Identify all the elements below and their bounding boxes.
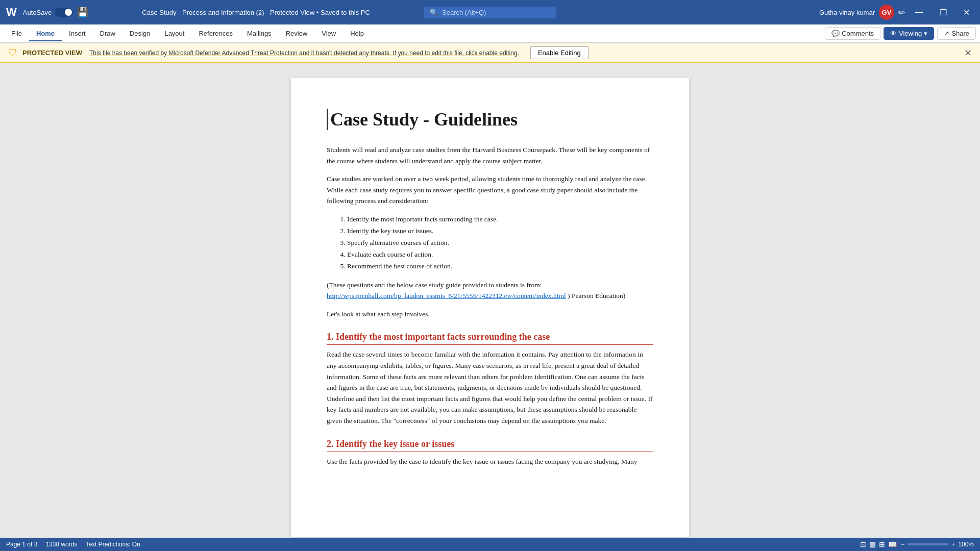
zoom-level: 100%	[958, 541, 974, 548]
status-right: ⊡ ▤ ⊞ 📖 − + 100%	[860, 540, 974, 548]
pen-icon[interactable]: ✏	[898, 8, 905, 17]
enable-editing-button[interactable]: Enable Editing	[530, 46, 589, 59]
immersive-reader-icon[interactable]: 📖	[888, 540, 897, 548]
tab-references[interactable]: References	[191, 27, 239, 41]
document-title: Case Study - Process and Information (2)…	[92, 9, 420, 16]
tab-draw[interactable]: Draw	[93, 27, 122, 41]
page-info: Page 1 of 3	[6, 541, 37, 548]
zoom-control: − + 100%	[901, 541, 974, 548]
tab-layout[interactable]: Layout	[157, 27, 191, 41]
share-button[interactable]: ↗ Share	[937, 27, 976, 40]
avatar: GV	[879, 5, 894, 20]
para3-text: (These questions and the below case stud…	[327, 281, 542, 289]
tab-file[interactable]: File	[4, 27, 29, 41]
search-box[interactable]: 🔍 Search (Alt+Q)	[424, 7, 556, 18]
tab-view[interactable]: View	[314, 27, 343, 41]
web-layout-icon[interactable]: ⊞	[879, 540, 885, 548]
search-placeholder: Search (Alt+Q)	[442, 9, 486, 16]
comments-button[interactable]: 💬 Comments	[825, 27, 880, 40]
title-bar-right: Gutha vinay kumar GV ✏ — ❐ ✕	[560, 5, 976, 20]
main-area: Case Study - Guidelines Students will re…	[0, 63, 980, 538]
tab-design[interactable]: Design	[122, 27, 157, 41]
user-info: Gutha vinay kumar GV	[819, 5, 894, 20]
autosave-toggle[interactable]	[55, 8, 73, 17]
link-suffix: ) Pearson Education)	[568, 292, 625, 299]
section2-paragraph: Use the facts provided by the case to id…	[327, 456, 653, 467]
ribbon-right-buttons: 💬 Comments 👁 Viewing ▾ ↗ Share	[825, 27, 976, 40]
shield-icon: 🛡	[8, 47, 17, 58]
title-bar-left: W AutoSave 💾 Case Study - Process and In…	[4, 5, 420, 20]
paragraph-2: Case studies are worked on over a two we…	[327, 173, 653, 207]
word-logo: W	[4, 5, 19, 20]
close-button[interactable]: ✕	[957, 6, 976, 19]
zoom-slider[interactable]	[908, 543, 948, 545]
user-name: Gutha vinay kumar	[819, 9, 875, 16]
autosave-area: AutoSave	[23, 8, 73, 17]
eye-icon: 👁	[890, 30, 897, 37]
word-count: 1338 words	[45, 541, 77, 548]
maximize-button[interactable]: ❐	[934, 6, 953, 19]
list-item: Evaluate each course of action.	[347, 249, 653, 261]
ribbon-tabs: File Home Insert Draw Design Layout Refe…	[0, 24, 980, 43]
status-bar: Page 1 of 3 1338 words Text Predictions:…	[0, 538, 980, 551]
view-icons: ⊡ ▤ ⊞ 📖	[860, 540, 897, 548]
title-bar: W AutoSave 💾 Case Study - Process and In…	[0, 0, 980, 24]
tab-help[interactable]: Help	[343, 27, 371, 41]
document-container[interactable]: Case Study - Guidelines Students will re…	[0, 63, 980, 538]
print-layout-icon[interactable]: ▤	[869, 540, 876, 548]
numbered-list: Identify the most important facts surrou…	[347, 214, 653, 272]
paragraph-3: (These questions and the below case stud…	[327, 280, 653, 302]
search-icon: 🔍	[430, 9, 438, 16]
save-icon[interactable]: 💾	[77, 7, 88, 18]
document-page: Case Study - Guidelines Students will re…	[291, 78, 689, 537]
section-heading-1: 1. Identify the most important facts sur…	[327, 332, 653, 345]
autosave-toggle-dot	[65, 9, 72, 16]
autosave-label: AutoSave	[23, 9, 52, 16]
protected-view-banner: 🛡 PROTECTED VIEW This file has been veri…	[0, 43, 980, 63]
section1-paragraph: Read the case several times to become fa…	[327, 349, 653, 426]
viewing-button[interactable]: 👁 Viewing ▾	[884, 27, 934, 40]
document-heading: Case Study - Guidelines	[327, 109, 653, 130]
tab-home[interactable]: Home	[29, 27, 62, 41]
viewing-caret: ▾	[924, 30, 927, 37]
paragraph-1: Students will read and analyze case stud…	[327, 144, 653, 166]
banner-close-button[interactable]: ✕	[964, 47, 972, 59]
focus-icon[interactable]: ⊡	[860, 540, 866, 548]
section-heading-2: 2. Identify the key issue or issues	[327, 439, 653, 452]
text-predictions: Text Predictions: On	[85, 541, 140, 548]
banner-text: This file has been verified by Microsoft…	[89, 49, 519, 57]
list-item: Recommend the best course of action.	[347, 261, 653, 272]
banner-label: PROTECTED VIEW	[22, 49, 82, 57]
zoom-minus-button[interactable]: −	[901, 541, 904, 548]
viewing-label: Viewing	[899, 30, 922, 37]
list-item: Identify the key issue or issues.	[347, 226, 653, 237]
share-icon: ↗	[944, 30, 949, 37]
tab-review[interactable]: Review	[279, 27, 315, 41]
list-item: Identify the most important facts surrou…	[347, 214, 653, 226]
reference-link[interactable]: http://wps.prenhall.com/bp_laudon_essmis…	[327, 292, 566, 299]
comments-label: Comments	[842, 30, 874, 37]
paragraph-4: Let's look at what each step involves.	[327, 309, 653, 320]
tab-insert[interactable]: Insert	[62, 27, 93, 41]
zoom-plus-button[interactable]: +	[951, 541, 955, 548]
ribbon: File Home Insert Draw Design Layout Refe…	[0, 24, 980, 43]
share-label: Share	[951, 30, 969, 37]
list-item: Specify alternative courses of action.	[347, 237, 653, 249]
comments-icon: 💬	[831, 30, 840, 37]
tab-mailings[interactable]: Mailings	[240, 27, 279, 41]
minimize-button[interactable]: —	[909, 6, 929, 19]
